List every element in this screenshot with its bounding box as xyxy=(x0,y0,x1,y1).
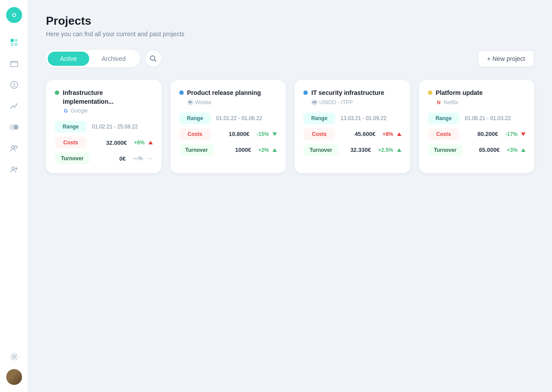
unido-icon: UN xyxy=(311,99,318,106)
range-date-2: 01.01.22 - 01.06.22 xyxy=(216,115,262,121)
user-avatar[interactable] xyxy=(6,369,22,385)
card-header-1: Infrastructure implementation... G Googl… xyxy=(55,89,153,114)
card-row-costs-3: Costs 45.600€ +8% xyxy=(303,128,401,140)
card-client-2: W Wrelax xyxy=(187,99,261,106)
costs-badge-4: Costs xyxy=(428,128,460,140)
svg-rect-4 xyxy=(11,43,14,46)
turnover-pct-3: +2.5% xyxy=(378,147,393,153)
card-row-range-3: Range 13.03.21 - 01.09.22 xyxy=(303,113,401,124)
card-row-costs-2: Costs 10.800€ -15% xyxy=(179,128,277,140)
turnover-arrow-up-3 xyxy=(397,148,401,152)
card-client-1: G Google xyxy=(63,108,153,114)
turnover-value-4: 65.000€ xyxy=(479,147,500,153)
range-badge-2: Range xyxy=(179,113,211,124)
tab-group: Active Archived xyxy=(46,50,140,68)
card-row-turnover-3: Turnover 32.330€ +2.5% xyxy=(303,144,401,156)
costs-pct-1: +6% xyxy=(134,139,144,146)
range-date-3: 13.03.21 - 01.09.22 xyxy=(340,115,386,121)
inbox-icon[interactable] xyxy=(5,55,23,72)
turnover-arrow-right-1: → xyxy=(147,155,153,162)
range-badge-3: Range xyxy=(303,113,335,124)
turnover-badge-3: Turnover xyxy=(303,144,338,156)
range-date-4: 01.06.21 - 01.03.22 xyxy=(465,115,511,121)
svg-rect-5 xyxy=(15,43,18,46)
card-title-4: Platform update xyxy=(436,89,483,98)
google-icon: G xyxy=(63,108,69,114)
card-title-3: IT security infrastructure xyxy=(311,89,384,98)
turnover-pct-1: —% xyxy=(133,155,143,162)
turnover-badge-1: Turnover xyxy=(55,153,90,164)
search-button[interactable] xyxy=(145,51,161,67)
svg-point-13 xyxy=(15,146,17,148)
svg-rect-2 xyxy=(11,39,14,42)
svg-point-11 xyxy=(14,125,18,129)
costs-pct-4: -17% xyxy=(505,131,518,137)
status-dot-green xyxy=(55,90,59,95)
turnover-value-2: 1000€ xyxy=(235,147,251,153)
card-row-turnover-2: Turnover 1000€ +2% xyxy=(179,144,277,156)
main-content: Projects Here you can fnd all your curre… xyxy=(28,0,552,392)
card-row-range-2: Range 01.01.22 - 01.06.22 xyxy=(179,113,277,124)
costs-badge-3: Costs xyxy=(303,128,335,140)
dashboard-icon[interactable] xyxy=(5,34,23,51)
turnover-badge-4: Turnover xyxy=(428,144,463,156)
costs-arrow-up-3 xyxy=(397,132,401,136)
svg-rect-7 xyxy=(11,61,18,63)
svg-rect-3 xyxy=(15,39,18,42)
settings-icon[interactable] xyxy=(5,348,23,366)
costs-value-1: 32.000€ xyxy=(106,139,127,146)
costs-pct-2: -15% xyxy=(257,131,269,137)
app-logo[interactable] xyxy=(6,7,22,23)
svg-point-14 xyxy=(12,167,15,170)
turnover-arrow-up-2 xyxy=(272,148,277,152)
new-project-button[interactable]: + New project xyxy=(478,50,534,67)
card-header-4: Platform update N Netflix xyxy=(428,89,526,106)
range-badge-1: Range xyxy=(55,121,87,132)
costs-pct-3: +8% xyxy=(382,131,393,137)
tab-archived[interactable]: Archived xyxy=(89,52,138,66)
turnover-pct-2: +2% xyxy=(258,147,269,153)
status-dot-yellow-4 xyxy=(428,90,432,95)
turnover-value-3: 32.330€ xyxy=(350,147,371,153)
costs-badge-1: Costs xyxy=(55,137,87,148)
card-title-1: Infrastructure implementation... xyxy=(63,89,153,106)
costs-arrow-up-1 xyxy=(148,141,153,144)
sidebar: 1 xyxy=(0,0,28,392)
projects-grid: Infrastructure implementation... G Googl… xyxy=(46,80,534,173)
tab-row: Active Archived + New project xyxy=(46,50,534,68)
project-card-2: Product release planning W Wrelax Range … xyxy=(170,80,286,173)
project-card-1: Infrastructure implementation... G Googl… xyxy=(46,80,162,173)
svg-text:1: 1 xyxy=(13,83,15,87)
page-subtitle: Here you can fnd all your current and pa… xyxy=(46,30,534,38)
notification-icon[interactable]: 1 xyxy=(5,76,23,94)
costs-arrow-down-2 xyxy=(272,132,277,136)
team-icon[interactable] xyxy=(5,139,23,157)
turnover-arrow-up-4 xyxy=(521,148,526,152)
card-row-costs-1: Costs 32.000€ +6% xyxy=(55,137,153,148)
wrelax-icon: W xyxy=(187,99,193,106)
turnover-pct-4: +3% xyxy=(507,147,518,153)
range-date-1: 01.02.21 - 25.08.22 xyxy=(92,124,138,130)
status-dot-blue-3 xyxy=(303,90,308,95)
card-client-4: N Netflix xyxy=(436,99,483,106)
costs-value-2: 10.800€ xyxy=(229,131,250,137)
svg-line-19 xyxy=(154,60,156,62)
status-dot-blue-2 xyxy=(179,90,184,95)
user-add-icon[interactable] xyxy=(5,161,23,178)
analytics-icon[interactable] xyxy=(5,97,23,115)
card-row-range-1: Range 01.02.21 - 25.08.22 xyxy=(55,121,153,132)
costs-value-3: 45.600€ xyxy=(355,131,375,137)
toggle-icon[interactable] xyxy=(5,118,23,136)
card-header-2: Product release planning W Wrelax xyxy=(179,89,277,106)
svg-point-12 xyxy=(11,146,14,148)
card-row-range-4: Range 01.06.21 - 01.03.22 xyxy=(428,113,526,124)
svg-point-17 xyxy=(13,355,15,358)
card-header-3: IT security infrastructure UN UNIDO - IT… xyxy=(303,89,401,106)
turnover-badge-2: Turnover xyxy=(179,144,214,156)
card-client-3: UN UNIDO - ITPP xyxy=(311,99,384,106)
turnover-value-1: 0€ xyxy=(119,155,125,162)
tab-active[interactable]: Active xyxy=(48,52,89,66)
page-title: Projects xyxy=(46,14,534,28)
costs-badge-2: Costs xyxy=(179,128,211,140)
project-card-3: IT security infrastructure UN UNIDO - IT… xyxy=(295,80,410,173)
